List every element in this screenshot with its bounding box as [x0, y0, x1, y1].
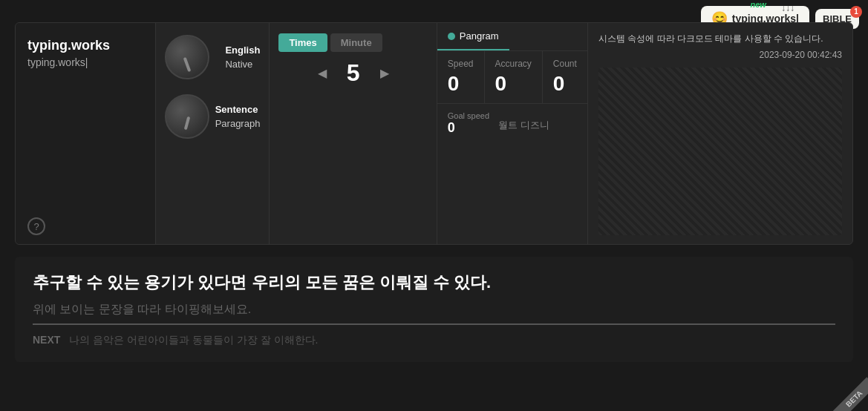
- times-button[interactable]: Times: [278, 33, 327, 52]
- info-message: 시스템 속성에 따라 다크모드 테마를 사용할 수 있습니다.: [598, 32, 842, 45]
- beta-corner: BETA: [823, 366, 868, 411]
- stats-header: Pangram: [437, 23, 587, 51]
- language-labels: English Native: [225, 45, 260, 70]
- logo-text2: typing.works|: [27, 56, 143, 68]
- main-content: typing.works typing.works| ? English Nat…: [15, 22, 853, 396]
- goal-row: Goal speed 0 월트 디즈니: [437, 104, 587, 143]
- paragraph-label[interactable]: Paragraph: [215, 118, 261, 129]
- language-section: English Native Sentence Paragraph: [156, 23, 270, 244]
- dark-pattern-box: [598, 68, 842, 235]
- new-label: new: [750, 0, 766, 9]
- stats-row: Speed 0 Accuracy 0 Count 0: [437, 51, 587, 104]
- speed-label: Speed: [448, 59, 474, 69]
- timer-section: Times Minute ◀ 5 ▶: [270, 23, 437, 244]
- info-date: 2023-09-20 00:42:43: [598, 50, 842, 60]
- minute-button[interactable]: Minute: [330, 33, 382, 52]
- count-value: 0: [553, 72, 565, 96]
- speed-value: 0: [448, 72, 460, 96]
- typing-area: 추구할 수 있는 용기가 있다면 우리의 모든 꿈은 이뤄질 수 있다. 위에 …: [15, 257, 853, 362]
- sentence-label[interactable]: Sentence: [215, 104, 261, 115]
- beta-badge: BETA: [832, 377, 868, 411]
- next-sentence-text: 나의 음악은 어린아이들과 동물들이 가장 잘 이해한다.: [69, 334, 318, 346]
- english-label[interactable]: English: [225, 45, 260, 56]
- speed-cell: Speed 0: [437, 51, 485, 103]
- timer-next-arrow[interactable]: ▶: [380, 66, 389, 80]
- help-icon[interactable]: ?: [27, 217, 45, 235]
- language-knob[interactable]: [165, 35, 209, 79]
- sentence-knob-row: Sentence Paragraph: [165, 94, 261, 139]
- pangram-text: 월트 디즈니: [498, 116, 549, 132]
- next-label: NEXT: [33, 334, 60, 346]
- sentence-knob[interactable]: [165, 94, 209, 139]
- accuracy-cell: Accuracy 0: [485, 51, 543, 103]
- pangram-tab-label: Pangram: [460, 30, 499, 42]
- stats-section: Pangram Speed 0 Accuracy 0 Count 0: [437, 23, 588, 244]
- timer-toggle: Times Minute: [278, 33, 427, 52]
- logo-text1: typing.works: [27, 38, 143, 53]
- info-section: 시스템 속성에 따라 다크모드 테마를 사용할 수 있습니다. 2023-09-…: [588, 23, 852, 244]
- typing-sentence: 추구할 수 있는 용기가 있다면 우리의 모든 꿈은 이뤄질 수 있다.: [33, 272, 835, 295]
- timer-number-row: ◀ 5 ▶: [278, 59, 427, 87]
- pangram-tab-dot: [448, 33, 455, 40]
- timer-prev-arrow[interactable]: ◀: [318, 66, 327, 80]
- pangram-tab[interactable]: Pangram: [437, 23, 509, 50]
- bible-notification: 1: [850, 6, 862, 18]
- control-panel: typing.works typing.works| ? English Nat…: [15, 22, 853, 245]
- accuracy-label: Accuracy: [495, 59, 532, 69]
- sentence-labels: Sentence Paragraph: [215, 104, 261, 129]
- next-sentence-row: NEXT 나의 음악은 어린아이들과 동물들이 가장 잘 이해한다.: [33, 334, 835, 347]
- goal-speed-label: Goal speed: [448, 111, 489, 120]
- count-cell: Count 0: [543, 51, 587, 103]
- language-knob-row: English Native: [165, 35, 261, 79]
- accuracy-value: 0: [495, 72, 507, 96]
- goal-speed-value: 0: [448, 120, 489, 136]
- count-label: Count: [553, 59, 577, 69]
- native-label[interactable]: Native: [225, 59, 260, 70]
- goal-cell: Goal speed 0: [448, 111, 489, 136]
- timer-value: 5: [339, 59, 368, 87]
- typing-input-placeholder: 위에 보이는 문장을 따라 타이핑해보세요.: [33, 302, 835, 325]
- logo-section: typing.works typing.works| ?: [16, 23, 156, 244]
